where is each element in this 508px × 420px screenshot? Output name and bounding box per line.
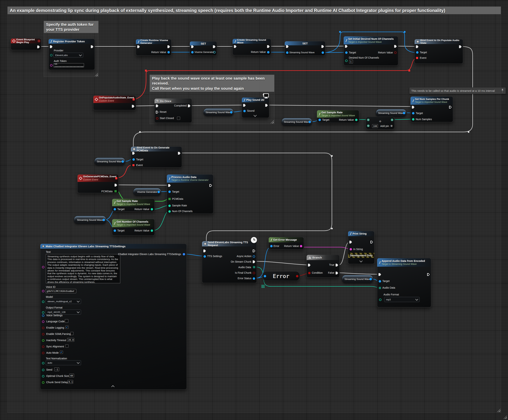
exec-out-pin[interactable]: [370, 241, 373, 243]
sync-alignment-pin[interactable]: [42, 345, 44, 348]
async-action-pin[interactable]: [253, 255, 255, 258]
node-set-num-samples-per-chunk[interactable]: ƒ Set Num Samples Per ChunkTarget is Imp…: [410, 96, 453, 122]
node-divide[interactable]: 100 ÷ Add pin ⊕: [366, 117, 395, 129]
target-pin[interactable]: [416, 51, 419, 54]
blueprint-canvas[interactable]: { "graph_comment": "An example demonstra…: [0, 0, 508, 420]
language-code-input[interactable]: [65, 319, 68, 323]
inactivity-timeout-pin[interactable]: [42, 339, 44, 342]
exec-in-pin[interactable]: [132, 152, 135, 155]
value-out-pin[interactable]: [322, 52, 324, 54]
enable-ssml-checkbox[interactable]: [70, 332, 74, 335]
exec-out-pin[interactable]: [394, 45, 397, 48]
node-print-string[interactable]: ƒPrint String In String Development Only: [348, 231, 375, 264]
text-input[interactable]: Streaming synthesis output begins with a…: [46, 254, 120, 283]
exec-out-pin[interactable]: [459, 45, 462, 48]
target-pin[interactable]: [114, 229, 116, 232]
pill-streaming-sound-wave[interactable]: Streaming Sound Wave: [94, 158, 125, 165]
provider-dropdown[interactable]: ElevenLabs: [53, 53, 83, 58]
return-value-pin[interactable]: [394, 52, 397, 54]
chunk-send-delay-pin[interactable]: [42, 381, 44, 384]
exec-in-pin[interactable]: [349, 241, 352, 243]
node-process-audio-data[interactable]: ƒ Process Audio DataTarget is Runtime Vi…: [167, 174, 214, 214]
sound-pin[interactable]: [243, 110, 246, 112]
compare-out-pin[interactable]: [296, 275, 298, 277]
pill-out-pin[interactable]: [103, 219, 105, 221]
event-pin[interactable]: [416, 57, 418, 59]
start-closed-checkbox[interactable]: [177, 117, 180, 120]
value-in-pin[interactable]: [191, 51, 194, 53]
enable-ssml-pin[interactable]: [42, 333, 44, 335]
return-value-pin[interactable]: [267, 51, 269, 53]
text-pin[interactable]: [42, 266, 44, 268]
node-play-sound-2d[interactable]: ƒPlay Sound 2D Sound: [242, 97, 269, 118]
divide-input-b-pin[interactable]: [367, 125, 369, 127]
node-event-begin-play[interactable]: Event Blueprint Begin Play: [11, 38, 41, 50]
node-branch[interactable]: Branch True Condition False: [307, 255, 340, 278]
exec-in-pin[interactable]: [50, 45, 52, 48]
auth-token-input[interactable]: sk-xxxxxxxxxxxxxxxxxxxxxxxxxxxxxxx: [53, 63, 84, 67]
chunk-send-delay-input[interactable]: 0.1: [68, 380, 73, 384]
node-send-elevenlabs-tts-request[interactable]: Send ElevenLabs Streaming TTS Request TT…: [202, 241, 257, 283]
node-get-sample-rate[interactable]: ƒ Get Sample RateTarget is Imported Soun…: [317, 110, 359, 123]
exec-in-pin[interactable]: [203, 249, 206, 252]
exec-out-pin[interactable]: [115, 184, 117, 187]
node-onpopulate-audiostate-event[interactable]: OnPopulateAudioState_EventCustom Event: [93, 96, 136, 110]
exec-out-pin[interactable]: [132, 105, 134, 108]
collapse-chevron-icon[interactable]: [111, 385, 115, 389]
node-get-number-of-channels[interactable]: ƒ Get Number Of ChannelsTarget is Import…: [112, 219, 155, 236]
error-status-pin[interactable]: [253, 277, 255, 280]
exec-in-pin[interactable]: [243, 104, 246, 107]
model-pin[interactable]: [42, 300, 44, 303]
target-pin[interactable]: [133, 158, 135, 161]
audio-format-dropdown[interactable]: mp3: [384, 297, 420, 302]
text-normalization-pin[interactable]: [42, 362, 44, 364]
audio-data-array-pin[interactable]: [379, 287, 379, 287]
sample-rate-pin[interactable]: [168, 205, 171, 207]
exec-out-pin[interactable]: [91, 45, 93, 48]
enable-logging-pin[interactable]: [42, 327, 44, 329]
pill-streaming-sound-wave[interactable]: Streaming Sound Wave: [203, 108, 234, 116]
exec-out-pin[interactable]: [267, 45, 270, 48]
reset-in-pin[interactable]: [156, 111, 158, 113]
pill-streaming-sound-wave[interactable]: Streaming Sound Wave: [342, 275, 373, 283]
node-create-runtime-viseme-generator[interactable]: ƒCreate Runtime Viseme Generator Return …: [136, 39, 171, 56]
pill-out-pin[interactable]: [369, 278, 372, 280]
false-out-pin[interactable]: [336, 272, 338, 274]
in-string-pin[interactable]: [350, 248, 352, 250]
exec-in-pin[interactable]: [308, 264, 310, 266]
target-pin[interactable]: [379, 280, 381, 283]
pill-out-pin[interactable]: [230, 111, 232, 113]
return-value-pin[interactable]: [151, 229, 153, 232]
exec-out-pin[interactable]: [209, 184, 212, 187]
tts-settings-pin[interactable]: [204, 255, 206, 258]
add-pin-label[interactable]: Add pin: [380, 125, 389, 128]
node-do-once[interactable]: ↻Do Once Completed Reset Start Closed: [154, 98, 192, 123]
exec-out-pin[interactable]: [321, 45, 324, 48]
auth-token-pin[interactable]: [50, 64, 52, 67]
condition-pin[interactable]: [308, 272, 310, 274]
exec-out-pin[interactable]: [178, 152, 181, 155]
pcmdata-array-pin[interactable]: [115, 190, 115, 191]
exec-out-pin[interactable]: [253, 249, 255, 252]
exec-out-pin[interactable]: [167, 45, 170, 48]
target-pin[interactable]: [412, 112, 414, 114]
start-closed-pin[interactable]: [156, 117, 158, 120]
divide-input-a-pin[interactable]: [367, 119, 369, 121]
divide-output-pin[interactable]: [391, 119, 393, 121]
node-get-sample-rate-2[interactable]: ƒ Get Sample RateTarget is Imported Soun…: [112, 199, 155, 211]
desired-num-input[interactable]: 1: [349, 60, 353, 63]
provider-pin[interactable]: [50, 54, 52, 56]
event-pin[interactable]: [133, 164, 134, 166]
expand-chevron-icon[interactable]: [254, 114, 257, 117]
desired-num-pin[interactable]: [345, 60, 347, 62]
is-final-chunk-pin[interactable]: [253, 272, 255, 274]
exec-in-pin[interactable]: [156, 105, 158, 107]
return-value-pin[interactable]: [300, 245, 302, 247]
node-bind-event-on-populate-audio-state[interactable]: Bind Event to On Populate Audio State Ta…: [414, 39, 463, 64]
inactivity-timeout-input[interactable]: 20.0: [67, 338, 74, 342]
output-format-pin[interactable]: [42, 311, 44, 314]
pill-viseme-generator[interactable]: Viseme Generator: [133, 188, 161, 196]
exec-in-pin[interactable]: [137, 45, 140, 48]
delegate-pin[interactable]: [133, 98, 135, 100]
delegate-pin[interactable]: [38, 40, 40, 42]
